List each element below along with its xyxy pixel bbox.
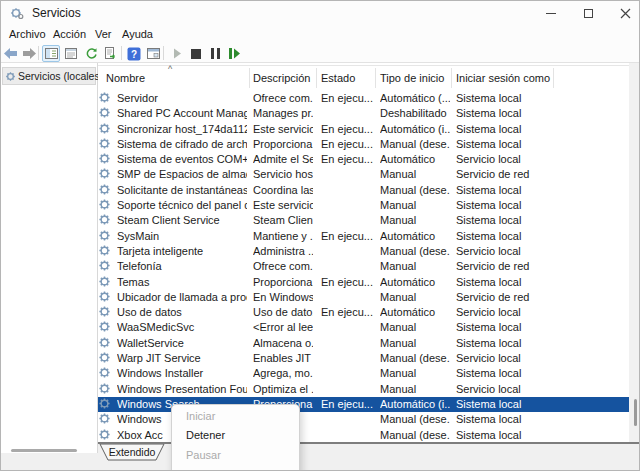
- column-header-nombre[interactable]: Nombre: [106, 72, 145, 84]
- table-row[interactable]: WalletService Almacena o... Manual Siste…: [98, 336, 629, 351]
- tree-item-servicios-locales[interactable]: Servicios (locales): [2, 67, 96, 85]
- context-menu-item[interactable]: Detener: [172, 426, 299, 445]
- header-top-line: [98, 65, 629, 66]
- service-startup-type: Automático (i...: [380, 398, 450, 410]
- service-startup-type: Manual (dese...: [380, 352, 450, 364]
- help-button[interactable]: ?: [125, 45, 143, 62]
- context-menu-item[interactable]: Iniciar: [172, 407, 299, 426]
- service-gear-icon: [98, 259, 111, 272]
- table-row[interactable]: WaaSMedicSvc <Error al lee... Manual Sis…: [98, 320, 629, 335]
- column-divider[interactable]: [451, 68, 452, 88]
- horizontal-scrollbar-thumb[interactable]: [11, 449, 77, 452]
- show-window-button[interactable]: [144, 45, 162, 62]
- service-gear-icon: [98, 351, 111, 364]
- service-name: Temas: [117, 276, 247, 288]
- service-description: Ofrece com...: [253, 260, 313, 272]
- service-status: En ejecu...: [321, 230, 373, 242]
- service-logon-as: Servicio local: [456, 352, 554, 364]
- service-gear-icon: [98, 428, 111, 441]
- table-row[interactable]: Steam Client Service Steam Clien... Manu…: [98, 213, 629, 228]
- start-service-button[interactable]: [168, 45, 186, 62]
- service-logon-as: Sistema local: [456, 413, 554, 425]
- service-name: Windows Installer: [117, 367, 247, 379]
- table-row[interactable]: Tarjeta inteligente Administra ... Manua…: [98, 244, 629, 259]
- service-name: Sistema de cifrado de archi...: [117, 138, 247, 150]
- table-row[interactable]: Solicitante de instantáneas ... Coordina…: [98, 183, 629, 198]
- menu-archivo[interactable]: Archivo: [9, 28, 46, 40]
- table-row[interactable]: Servidor Ofrece com... En ejecu... Autom…: [98, 91, 629, 106]
- table-row[interactable]: Telefonía Ofrece com... Manual Servicio …: [98, 259, 629, 274]
- service-gear-icon: [98, 167, 111, 180]
- service-startup-type: Automático: [380, 276, 450, 288]
- minimize-button[interactable]: [532, 1, 570, 25]
- table-row[interactable]: Warp JIT Service Enables JIT c... Manual…: [98, 351, 629, 366]
- column-divider[interactable]: [375, 68, 376, 88]
- vertical-scrollbar-thumb[interactable]: [634, 399, 637, 426]
- service-startup-type: Manual: [380, 168, 450, 180]
- service-gear-icon: [98, 122, 111, 135]
- service-logon-as: Sistema local: [456, 230, 554, 242]
- maximize-button[interactable]: [569, 1, 607, 25]
- show-console-tree-button[interactable]: [42, 45, 60, 62]
- play-icon: [173, 48, 182, 59]
- service-gear-icon: [98, 213, 111, 226]
- service-description: Uso de dato...: [253, 306, 313, 318]
- table-row[interactable]: Temas Proporciona... En ejecu... Automát…: [98, 275, 629, 290]
- menu-ayuda[interactable]: Ayuda: [122, 28, 153, 40]
- service-gear-icon: [98, 382, 111, 395]
- properties-list-icon: [65, 48, 77, 59]
- table-row[interactable]: SysMain Mantiene y ... En ejecu... Autom…: [98, 229, 629, 244]
- back-button[interactable]: [2, 45, 20, 62]
- table-row[interactable]: Ubicador de llamada a proc... En Windows…: [98, 290, 629, 305]
- menu-ver[interactable]: Ver: [95, 28, 112, 40]
- service-startup-type: Manual: [380, 214, 450, 226]
- table-row[interactable]: Sistema de cifrado de archi... Proporcio…: [98, 137, 629, 152]
- vertical-scrollbar[interactable]: [629, 63, 640, 442]
- table-row[interactable]: Sistema de eventos COM+ Admite el Se... …: [98, 152, 629, 167]
- column-header-estado[interactable]: Estado: [321, 72, 355, 84]
- service-name: Tarjeta inteligente: [117, 245, 247, 257]
- service-status: En ejecu...: [321, 306, 373, 318]
- service-status: En ejecu...: [321, 123, 373, 135]
- column-divider[interactable]: [553, 68, 554, 88]
- column-divider[interactable]: [316, 68, 317, 88]
- service-gear-icon: [98, 305, 111, 318]
- back-arrow-icon: [4, 48, 18, 59]
- column-header-descripcion[interactable]: Descripción: [253, 72, 310, 84]
- column-header-iniciar-sesion[interactable]: Iniciar sesión como: [456, 72, 550, 84]
- properties-button[interactable]: [62, 45, 80, 62]
- context-menu-item[interactable]: Reanudar: [172, 465, 299, 471]
- stop-service-button[interactable]: [187, 45, 205, 62]
- table-row[interactable]: Shared PC Account Manager Manages pr... …: [98, 106, 629, 121]
- context-menu: IniciarDetenerPausarReanudar: [171, 404, 300, 471]
- menu-accion[interactable]: Acción: [53, 28, 86, 40]
- context-menu-item[interactable]: Pausar: [172, 446, 299, 465]
- menu-bar: Archivo Acción Ver Ayuda: [1, 25, 640, 44]
- table-row[interactable]: Uso de datos Uso de dato... En ejecu... …: [98, 305, 629, 320]
- service-description: Administra ...: [253, 245, 313, 257]
- column-header-tipo-de-inicio[interactable]: Tipo de inicio: [380, 72, 444, 84]
- table-row[interactable]: Sincronizar host_174da112 Este servicio.…: [98, 122, 629, 137]
- service-gear-icon: [98, 183, 111, 196]
- minimize-icon: [546, 13, 556, 14]
- table-row[interactable]: Windows Presentation Fou... Optimiza el …: [98, 382, 629, 397]
- services-gear-icon: [5, 71, 16, 82]
- export-list-button[interactable]: [102, 45, 120, 62]
- service-startup-type: Automático: [380, 230, 450, 242]
- column-divider[interactable]: [249, 68, 250, 88]
- pause-service-button[interactable]: [206, 45, 224, 62]
- tab-extendido[interactable]: Extendido: [99, 444, 165, 461]
- table-row[interactable]: Windows Installer Agrega, mo... Manual S…: [98, 366, 629, 381]
- refresh-button[interactable]: [82, 45, 100, 62]
- service-gear-icon: [98, 412, 111, 425]
- close-button[interactable]: [606, 1, 640, 25]
- service-gear-icon: [98, 397, 111, 410]
- table-row[interactable]: Soporte técnico del panel d... Este serv…: [98, 198, 629, 213]
- refresh-icon: [85, 47, 98, 60]
- restart-service-button[interactable]: [225, 45, 243, 62]
- service-startup-type: Manual (dese...: [380, 184, 450, 196]
- forward-button[interactable]: [20, 45, 38, 62]
- service-description: <Error al lee...: [253, 321, 313, 333]
- service-logon-as: Servicio de red: [456, 260, 554, 272]
- table-row[interactable]: SMP de Espacios de almace... Servicio ho…: [98, 167, 629, 182]
